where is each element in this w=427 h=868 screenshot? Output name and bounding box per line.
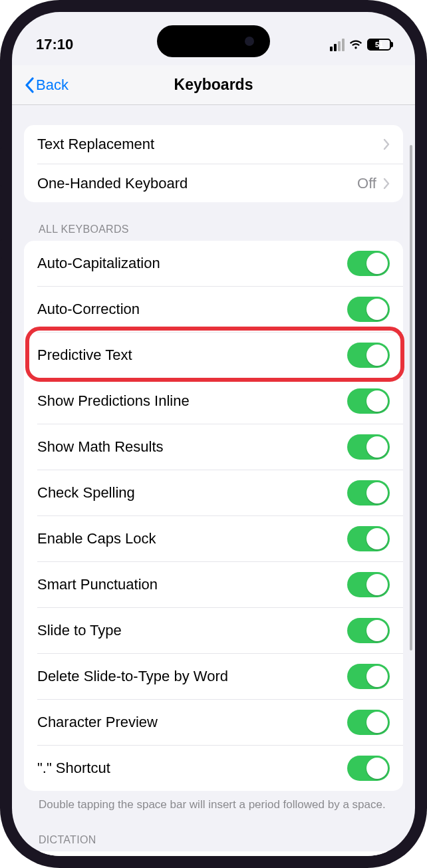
predictive-text-row: Predictive Text — [37, 332, 403, 378]
enable-caps-lock-toggle[interactable] — [347, 526, 390, 551]
auto-correction-toggle[interactable] — [347, 297, 390, 322]
navigation-bar: Back Keyboards — [12, 65, 415, 105]
row-value: Off — [357, 175, 376, 192]
phone-frame: 17:10 51 Back Keyboards — [0, 0, 427, 868]
status-time: 17:10 — [36, 36, 73, 53]
dictation-group: Enable Dictation Auto-Punctuation — [24, 851, 403, 856]
row-label: Text Replacement — [37, 136, 154, 153]
auto-capitalization-row: Auto-Capitalization — [24, 241, 403, 286]
row-label: Show Predictions Inline — [37, 392, 190, 410]
delete-slide-to-type-toggle[interactable] — [347, 664, 390, 689]
row-label: Slide to Type — [37, 622, 122, 639]
text-replacement-row[interactable]: Text Replacement — [24, 125, 403, 164]
enable-dictation-row: Enable Dictation — [24, 851, 403, 856]
row-label: Enable Caps Lock — [37, 530, 156, 547]
period-shortcut-row: "." Shortcut — [37, 745, 403, 791]
predictive-text-toggle[interactable] — [347, 343, 390, 368]
cellular-icon — [330, 39, 345, 51]
auto-correction-row: Auto-Correction — [37, 286, 403, 332]
row-label: Predictive Text — [37, 347, 132, 364]
row-label: Check Spelling — [37, 484, 135, 502]
enable-caps-lock-row: Enable Caps Lock — [37, 515, 403, 561]
all-keyboards-header: ALL KEYBOARDS — [39, 223, 403, 235]
chevron-right-icon — [383, 138, 390, 150]
check-spelling-toggle[interactable] — [347, 480, 390, 506]
show-math-results-toggle[interactable] — [347, 434, 390, 460]
volume-down-button — [0, 257, 2, 313]
slide-to-type-toggle[interactable] — [347, 618, 390, 643]
row-label: Smart Punctuation — [37, 576, 158, 593]
screen: 17:10 51 Back Keyboards — [12, 12, 415, 856]
back-label: Back — [36, 76, 69, 94]
character-preview-toggle[interactable] — [347, 710, 390, 735]
settings-content[interactable]: Text Replacement One-Handed Keyboard Off — [12, 105, 415, 856]
dynamic-island — [157, 25, 270, 57]
battery-icon: 51 — [367, 39, 391, 51]
wifi-icon — [349, 39, 363, 50]
row-label: Show Math Results — [37, 438, 164, 456]
auto-capitalization-toggle[interactable] — [347, 251, 390, 276]
row-label: Auto-Capitalization — [37, 255, 160, 272]
delete-slide-to-type-row: Delete Slide-to-Type by Word — [37, 653, 403, 699]
chevron-left-icon — [24, 77, 35, 93]
row-label: "." Shortcut — [37, 760, 110, 777]
one-handed-keyboard-row[interactable]: One-Handed Keyboard Off — [37, 164, 403, 202]
scroll-indicator — [410, 145, 412, 651]
check-spelling-row: Check Spelling — [37, 470, 403, 515]
period-shortcut-toggle[interactable] — [347, 756, 390, 781]
back-button[interactable]: Back — [24, 76, 69, 94]
page-title: Keyboards — [174, 76, 253, 94]
general-group: Text Replacement One-Handed Keyboard Off — [24, 125, 403, 202]
show-predictions-inline-toggle[interactable] — [347, 388, 390, 414]
dictation-header: DICTATION — [39, 834, 403, 846]
row-label: One-Handed Keyboard — [37, 175, 188, 192]
row-label: Auto-Correction — [37, 301, 140, 318]
character-preview-row: Character Preview — [37, 699, 403, 745]
volume-up-button — [0, 185, 2, 241]
chevron-right-icon — [383, 178, 390, 190]
smart-punctuation-toggle[interactable] — [347, 572, 390, 597]
row-label: Character Preview — [37, 714, 158, 731]
slide-to-type-row: Slide to Type — [37, 607, 403, 653]
silence-switch — [0, 120, 2, 149]
period-shortcut-footer: Double tapping the space bar will insert… — [39, 797, 388, 813]
status-indicators: 51 — [330, 39, 391, 51]
all-keyboards-group: Auto-Capitalization Auto-Correction Pred… — [24, 241, 403, 791]
smart-punctuation-row: Smart Punctuation — [37, 561, 403, 607]
show-math-results-row: Show Math Results — [37, 424, 403, 470]
row-label: Delete Slide-to-Type by Word — [37, 668, 228, 685]
battery-level: 51 — [368, 41, 390, 49]
show-predictions-inline-row: Show Predictions Inline — [37, 378, 403, 424]
